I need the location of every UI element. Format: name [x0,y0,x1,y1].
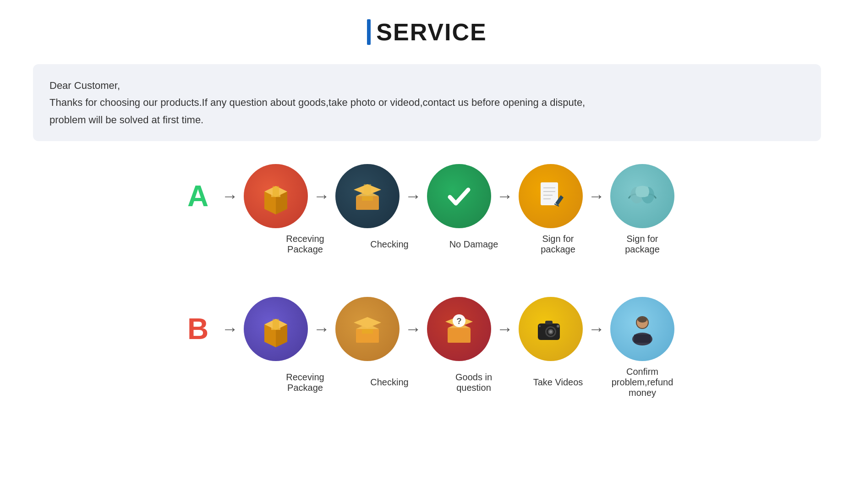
svg-rect-29 [448,328,471,343]
arrow-a3: → [497,186,513,206]
icon-b1 [244,297,308,361]
svg-marker-27 [354,317,381,328]
question-box-icon: ? [441,311,477,347]
camera-icon [532,311,569,347]
person-icon [624,311,661,347]
icon-b2 [335,297,400,361]
icon-a2 [335,164,400,228]
row-a-icons: A → → [33,164,821,228]
arrow-a2: → [405,186,422,206]
icon-a4 [519,164,583,228]
svg-rect-9 [362,196,373,201]
svg-rect-24 [273,319,279,330]
svg-rect-39 [545,321,553,324]
checkmark-icon [441,178,477,214]
step-a1 [244,164,308,228]
svg-point-40 [557,325,559,328]
svg-point-41 [539,325,541,327]
step-b1 [244,297,308,361]
step-a3 [427,164,491,228]
icon-a3 [427,164,491,228]
step-b3: ? [427,297,491,361]
row-b-labels: Receving Package Checking Goods in quest… [33,367,821,398]
label-a4: Sign for package [526,234,590,255]
label-a1: Receving Package [273,234,337,255]
arrow-a0: → [222,186,238,206]
flow-section-a: A → → [33,164,821,260]
label-b1: Receving Package [273,372,337,393]
arrow-b2: → [405,319,422,339]
step-b2 [335,297,400,361]
package-icon [257,178,294,214]
icon-b5 [610,297,674,361]
step-b5 [610,297,674,361]
notice-line1: Dear Customer, [49,77,805,94]
svg-rect-44 [634,334,651,343]
label-b3: Goods in question [442,372,506,393]
label-b4: Take Videos [526,377,590,388]
open-box-b-icon [349,311,386,347]
open-box-icon [349,178,386,214]
letter-a: A [180,179,216,213]
label-a2: Checking [357,239,422,250]
label-b5: Confirm problem,refund money [610,367,674,398]
arrow-b1: → [313,319,330,339]
page-title: SERVICE [376,18,487,46]
label-a5: Sign for package [610,234,674,255]
flow-section-b: B → → [33,297,821,404]
step-a2 [335,164,400,228]
letter-b: B [180,312,216,346]
arrow-b0: → [222,319,238,339]
svg-point-46 [638,317,647,323]
icon-a5 [610,164,674,228]
arrow-a4: → [588,186,605,206]
handshake-icon [624,178,661,214]
notice-box: Dear Customer, Thanks for choosing our p… [33,64,821,141]
title-accent-bar [367,19,371,45]
step-a4 [519,164,583,228]
notice-line2: Thanks for choosing our products.If any … [49,94,805,111]
row-b-icons: B → → [33,297,821,361]
row-a-labels: Receving Package Checking No Damage Sign… [33,234,821,255]
arrow-b3: → [497,319,513,339]
document-sign-icon [532,178,569,214]
step-b4 [519,297,583,361]
label-b2: Checking [357,377,422,388]
svg-rect-11 [541,182,558,205]
arrow-a1: → [313,186,330,206]
svg-text:?: ? [457,317,462,326]
page-header: SERVICE [367,18,487,46]
icon-a1 [244,164,308,228]
svg-rect-5 [273,186,279,197]
svg-rect-10 [364,184,371,195]
icon-b3: ? [427,297,491,361]
svg-point-38 [549,330,552,333]
step-a5 [610,164,674,228]
icon-b4 [519,297,583,361]
label-a3: No Damage [442,239,506,250]
package-b-icon [257,311,294,347]
svg-rect-28 [362,329,373,334]
notice-line3: problem will be solved at first time. [49,111,805,128]
arrow-b4: → [588,319,605,339]
